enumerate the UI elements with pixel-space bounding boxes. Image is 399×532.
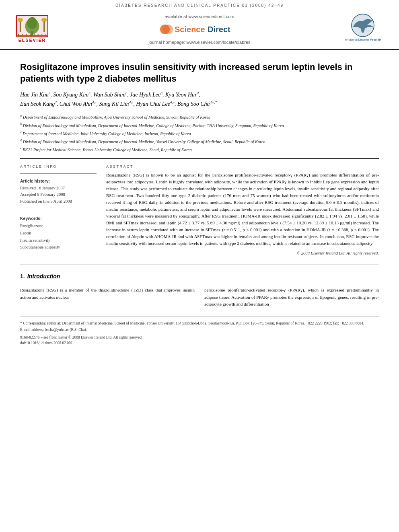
intro-number: 1. [20, 273, 25, 279]
copyright-line: © 2008 Elsevier Ireland Ltd. All rights … [106, 251, 379, 255]
article-title: Rosiglitazone improves insulin sensitivi… [20, 62, 379, 84]
author-kyu-yeon-hur: Kyu Yeon Hur [165, 92, 197, 98]
issn-line: 0168-8227/$ – see front matter © 2008 El… [20, 335, 379, 339]
intro-right-text: peroxisome proliferator-activated recept… [204, 287, 379, 308]
author-soo-kyung-kim: Soo Kyung Kim [53, 92, 88, 98]
journal-title-bar: DIABETES RESEARCH AND CLINICAL PRACTICE … [115, 3, 284, 8]
svg-text:International Diabetes Federat: International Diabetes Federation [345, 38, 381, 41]
main-divider [20, 158, 379, 159]
journal-header: ELSEVIER available at www.sciencedirect.… [0, 9, 399, 50]
keywords-list: Rosiglitazone Leptin Insulin sensitivity… [20, 222, 97, 251]
svg-rect-7 [43, 21, 45, 32]
idf-logo-svg: International Diabetes Federation [345, 13, 381, 43]
svg-text:Direct: Direct [208, 25, 230, 34]
author-chul-woo-ahn: Chul Woo Ahn [60, 101, 92, 107]
keywords-heading: Keywords: [20, 216, 97, 221]
affiliation-c: c Department of Internal Medicine, Inha … [20, 130, 379, 137]
author-eun-seok-kang: Eun Seok Kang [20, 101, 55, 107]
journal-center: available at www.sciencedirect.com Scien… [56, 14, 343, 45]
main-content: Rosiglitazone improves insulin sensitivi… [0, 50, 399, 357]
journal-url: journal homepage: www.elsevier.com/locat… [56, 40, 343, 45]
svg-point-8 [41, 18, 47, 22]
section-divider [20, 265, 379, 265]
elsevier-logo: ELSEVIER [8, 15, 56, 43]
sciencedirect-svg: Science Direct [159, 22, 240, 37]
author-sung-kil-lim: Sung Kil Lim [99, 101, 129, 107]
journal-header-bar: DIABETES RESEARCH AND CLINICAL PRACTICE … [0, 0, 399, 9]
footer-section: * Corresponding author at: Department of… [20, 316, 379, 349]
intro-left-text: Rosiglitazone (RSG) is a member of the t… [20, 287, 195, 301]
keyword-3: Insulin sensitivity [20, 237, 97, 244]
elsevier-tree-icon: ELSEVIER [12, 15, 52, 43]
info-divider-mid [20, 211, 97, 211]
keyword-1: Rosiglitazone [20, 222, 97, 230]
article-info-label: ARTICLE INFO [20, 164, 97, 168]
intro-left-col: Rosiglitazone (RSG) is a member of the t… [20, 287, 195, 308]
affiliations: a Department of Endocrinology and Metabo… [20, 113, 379, 153]
article-history: Article history: Received 16 January 200… [20, 179, 97, 205]
author-bong-soo-cha: Bong Soo Cha [177, 101, 210, 107]
available-text: available at www.sciencedirect.com [56, 14, 343, 19]
intro-two-col: Rosiglitazone (RSG) is a member of the t… [20, 287, 379, 308]
authors-list: Hae Jin Kima, Soo Kyung Kimb, Wan Sub Sh… [20, 90, 379, 109]
affiliation-d: d Division of Endocrinology and Metaboli… [20, 138, 379, 145]
page-container: DIABETES RESEARCH AND CLINICAL PRACTICE … [0, 0, 399, 357]
abstract-column: ABSTRACT Rosiglitazone (RSG) is known to… [106, 164, 379, 257]
info-divider-top [20, 173, 97, 174]
keyword-4: Subcutaneous adiposity [20, 244, 97, 251]
abstract-label: ABSTRACT [106, 164, 379, 168]
svg-point-4 [27, 17, 37, 29]
author-wan-sub-shim: Wan Sub Shim [93, 92, 125, 98]
keyword-2: Leptin [20, 230, 97, 237]
svg-text:Science: Science [175, 25, 205, 34]
article-info-column: ARTICLE INFO Article history: Received 1… [20, 164, 97, 257]
article-info-abstract: ARTICLE INFO Article history: Received 1… [20, 164, 379, 257]
intro-title: Introduction [27, 273, 60, 279]
abstract-text: Rosiglitazone (RSG) is known to be an ag… [106, 172, 379, 247]
received-date: Received 16 January 2007 [20, 185, 97, 192]
email-note: E-mail address: bscha@yuhs.ac (B.S. Cha)… [20, 327, 379, 333]
history-heading: Article history: [20, 179, 97, 183]
idf-logo: International Diabetes Federation [343, 13, 383, 45]
svg-point-6 [18, 18, 23, 22]
author-hyun-chul-lee: Hyun Chul Lee [136, 101, 170, 107]
doi-line: doi:10.1016/j.diabres.2008.02.001 [20, 341, 379, 345]
keywords-section: Keywords: Rosiglitazone Leptin Insulin s… [20, 216, 97, 251]
svg-text:ELSEVIER: ELSEVIER [19, 38, 46, 43]
affiliation-a: a Department of Endocrinology and Metabo… [20, 113, 379, 120]
sciencedirect-logo: Science Direct [56, 22, 343, 37]
intro-right-col: peroxisome proliferator-activated recept… [204, 287, 379, 308]
corresponding-author-note: * Corresponding author at: Department of… [20, 320, 379, 326]
affiliation-e: e BK21 Project for Medical Science, Yons… [20, 146, 379, 153]
author-hae-jin-kim: Hae Jin Kim [20, 92, 49, 98]
affiliation-b: b Division of Endocrinology and Metaboli… [20, 122, 379, 129]
svg-point-20 [163, 25, 173, 34]
author-jae-hyuk-lee: Jae Hyuk Lee [130, 92, 160, 98]
accepted-date: Accepted 5 February 2008 [20, 191, 97, 198]
svg-rect-5 [20, 21, 21, 32]
published-date: Published on line 3 April 2008 [20, 198, 97, 205]
introduction-section: 1. Introduction Rosiglitazone (RSG) is a… [20, 273, 379, 308]
